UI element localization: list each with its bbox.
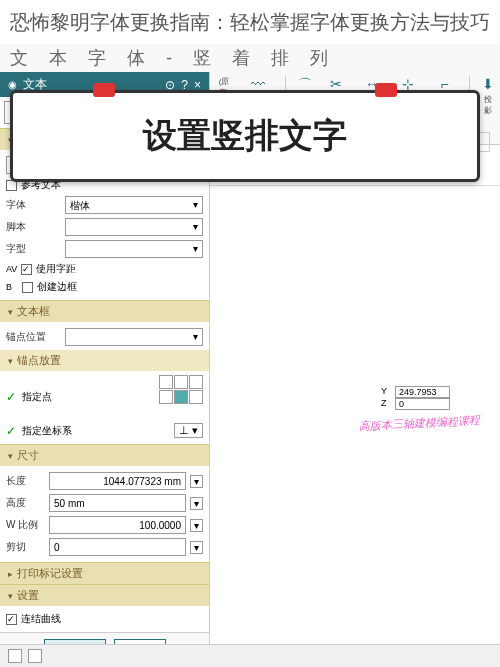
project-icon: ⬇	[482, 76, 494, 92]
length-input[interactable]	[49, 472, 186, 490]
chevron-down-icon[interactable]: ▾	[190, 519, 203, 532]
check-icon: ✓	[6, 390, 16, 404]
section-text-frame-label: 文本框	[17, 304, 50, 319]
anchor-placement-label: 锚点放置	[17, 353, 61, 368]
script-label: 脚本	[6, 220, 61, 234]
section-print-mark-label: 打印标记设置	[17, 566, 83, 581]
shear-input[interactable]	[49, 538, 186, 556]
w-ratio-input[interactable]	[49, 516, 186, 534]
canvas[interactable]: Y249.7953 Z0 高版本三轴建模编程课程	[210, 186, 500, 566]
chevron-down-icon[interactable]: ▾	[190, 497, 203, 510]
anchor-ml[interactable]	[159, 390, 173, 404]
status-bar	[0, 644, 500, 667]
coord-sys-button[interactable]: ⊥ ▾	[174, 423, 203, 438]
anchor-coord-label: 指定坐标系	[22, 424, 72, 438]
chevron-down-icon: ▾	[193, 243, 198, 255]
page-subtitle: 文 本 字 体 - 竖 着 排 列	[0, 44, 500, 72]
use-kerning-label: 使用字距	[36, 262, 76, 276]
font-value: 楷体	[70, 199, 90, 211]
caret-down-icon: ▾	[8, 356, 13, 366]
anchor-point-label: 指定点	[22, 390, 52, 404]
coord-z[interactable]: 0	[395, 398, 450, 410]
chevron-down-icon[interactable]: ▾	[190, 541, 203, 554]
caret-down-icon: ▾	[8, 591, 13, 601]
callout: 设置竖排文字	[10, 90, 480, 182]
section-settings-label: 设置	[17, 588, 39, 603]
anchor-pos-label: 锚点位置	[6, 330, 61, 344]
decoration-text: 高版本三轴建模编程课程	[359, 413, 481, 434]
anchor-tc[interactable]	[174, 375, 188, 389]
section-print-mark[interactable]: ▸ 打印标记设置	[0, 563, 209, 584]
style-label: 字型	[6, 242, 61, 256]
text-icon: ◉	[8, 79, 17, 90]
chevron-down-icon: ▾	[193, 221, 198, 233]
page-title: 恐怖黎明字体更换指南：轻松掌握字体更换方法与技巧	[0, 0, 500, 44]
check-icon: ✓	[6, 424, 16, 438]
status-icon[interactable]	[8, 649, 22, 663]
anchor-tl[interactable]	[159, 375, 173, 389]
create-edge-label: 创建边框	[37, 280, 77, 294]
caret-down-icon: ▾	[8, 451, 13, 461]
conn-curve-label: 连结曲线	[21, 612, 61, 626]
ribbon-project[interactable]: ⬇ 投影	[482, 76, 494, 140]
height-input[interactable]	[49, 494, 186, 512]
anchor-pos-dropdown[interactable]: ▾	[65, 328, 203, 346]
section-dimensions-label: 尺寸	[17, 448, 39, 463]
height-label: 高度	[6, 496, 45, 510]
font-label: 字体	[6, 198, 61, 212]
clip-icon	[93, 83, 115, 97]
style-dropdown[interactable]: ▾	[65, 240, 203, 258]
shear-label: 剪切	[6, 540, 45, 554]
ribbon-item-label: 投影	[482, 94, 494, 116]
anchor-mr[interactable]	[189, 390, 203, 404]
section-text-frame[interactable]: ▾ 文本框	[0, 301, 209, 322]
script-dropdown[interactable]: ▾	[65, 218, 203, 236]
chevron-down-icon: ▾	[193, 199, 198, 211]
create-edge-checkbox[interactable]	[22, 282, 33, 293]
status-icon[interactable]	[28, 649, 42, 663]
conn-curve-checkbox[interactable]	[6, 614, 17, 625]
coord-display: Y249.7953 Z0	[381, 386, 450, 410]
section-dimensions[interactable]: ▾ 尺寸	[0, 445, 209, 466]
anchor-grid[interactable]	[159, 375, 203, 419]
section-settings[interactable]: ▾ 设置	[0, 585, 209, 606]
chevron-down-icon: ▾	[193, 331, 198, 343]
length-label: 长度	[6, 474, 45, 488]
use-kerning-checkbox[interactable]	[21, 264, 32, 275]
clip-icon	[375, 83, 397, 97]
callout-text: 设置竖排文字	[13, 113, 477, 159]
anchor-mc[interactable]	[174, 390, 188, 404]
caret-right-icon: ▸	[8, 569, 13, 579]
font-dropdown[interactable]: 楷体 ▾	[65, 196, 203, 214]
kerning-icon: AV	[6, 264, 17, 274]
coord-y[interactable]: 249.7953	[395, 386, 450, 398]
w-ratio-label: W 比例	[6, 518, 45, 532]
anchor-tr[interactable]	[189, 375, 203, 389]
chevron-down-icon[interactable]: ▾	[190, 475, 203, 488]
caret-down-icon: ▾	[8, 307, 13, 317]
